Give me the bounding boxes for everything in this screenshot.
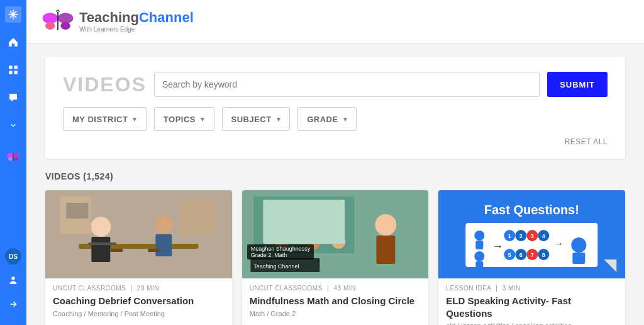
svg-rect-26 (148, 249, 160, 252)
video-title-2: Mindfulness Math and Closing Circle (250, 295, 421, 307)
snowflake-icon[interactable] (5, 6, 21, 23)
user-avatar[interactable]: DS (5, 248, 21, 265)
search-input[interactable] (154, 72, 540, 97)
svg-text:Fast Questions!: Fast Questions! (484, 203, 579, 217)
search-row: VIDEOS SUBMIT (63, 72, 608, 97)
person-icon[interactable] (5, 272, 21, 288)
logo-text: TeachingChannel With Learners Edge (79, 11, 194, 33)
video-title-1: Coaching Debrief Conversation (53, 295, 225, 307)
svg-rect-25 (110, 249, 123, 252)
video-tags-1: Coaching / Mentoring / Post Meeting (53, 310, 225, 317)
svg-rect-21 (155, 234, 172, 256)
svg-rect-18 (91, 237, 110, 262)
grade-filter[interactable]: GRADE ▾ (297, 107, 357, 131)
logo-butterfly-icon (42, 7, 74, 37)
arrow-right-icon[interactable] (5, 296, 21, 312)
svg-point-42 (475, 251, 485, 261)
filters-row: MY DISTRICT ▾ TOPICS ▾ SUBJECT ▾ GRADE ▾ (63, 107, 608, 131)
topics-chevron-icon: ▾ (201, 115, 205, 123)
svg-text:→: → (492, 240, 504, 253)
subject-chevron-icon: ▾ (277, 115, 281, 123)
header: TeachingChannel With Learners Edge (26, 0, 644, 44)
video-tags-3: eld / lesson activities / speaking activ… (446, 322, 618, 325)
my-district-filter[interactable]: MY DISTRICT ▾ (63, 107, 147, 131)
message-icon[interactable] (5, 89, 21, 106)
svg-text:7: 7 (531, 252, 534, 258)
video-card-3[interactable]: Fast Questions! → (438, 190, 625, 325)
search-section: VIDEOS SUBMIT MY DISTRICT ▾ TOPICS ▾ SUB… (45, 57, 625, 159)
logo-teach: Teaching (79, 9, 139, 25)
videos-count: VIDEOS (1,524) (45, 171, 625, 181)
video-grid: UNCUT CLASSROOMS | 20 MIN Coaching Debri… (45, 190, 625, 325)
video-thumb-3: Fast Questions! → (438, 190, 625, 278)
video-card-1[interactable]: UNCUT CLASSROOMS | 20 MIN Coaching Debri… (45, 190, 232, 325)
video-info-3: LESSON IDEA | 3 MIN ELD Speaking Activit… (438, 278, 625, 325)
svg-rect-23 (179, 200, 217, 234)
svg-text:2: 2 (519, 233, 523, 239)
video-meta-2: UNCUT CLASSROOMS | 43 MIN (250, 285, 421, 292)
svg-rect-3 (14, 71, 18, 74)
video-meta-1: UNCUT CLASSROOMS | 20 MIN (53, 285, 225, 292)
video-thumb-1 (45, 190, 232, 278)
main-content: TeachingChannel With Learners Edge VIDEO… (26, 0, 644, 325)
svg-point-20 (154, 215, 173, 234)
video-title-3: ELD Speaking Activity- Fast Questions (446, 295, 618, 319)
svg-rect-63 (573, 253, 586, 264)
grid-icon[interactable] (5, 62, 21, 78)
video-meta-3: LESSON IDEA | 3 MIN (446, 285, 618, 292)
logo-subtitle: With Learners Edge (79, 26, 194, 33)
page-title: VIDEOS (63, 73, 147, 96)
svg-rect-1 (14, 66, 18, 69)
submit-button[interactable]: SUBMIT (547, 72, 608, 97)
svg-rect-0 (9, 66, 12, 69)
svg-text:Teaching Channel: Teaching Channel (253, 263, 299, 270)
svg-point-29 (375, 214, 396, 236)
svg-text:8: 8 (542, 252, 545, 258)
svg-text:→: → (554, 238, 564, 249)
home-icon[interactable] (5, 34, 21, 50)
svg-text:1: 1 (508, 233, 511, 239)
svg-point-17 (91, 217, 111, 237)
svg-rect-19 (88, 242, 116, 245)
grade-chevron-icon: ▾ (343, 115, 348, 123)
svg-rect-43 (476, 261, 484, 270)
svg-rect-24 (66, 203, 88, 219)
video-info-2: UNCUT CLASSROOMS | 43 MIN Mindfulness Ma… (242, 278, 429, 324)
teacher-badge: Meaghan Shaughnessy Grade 2, Math (247, 244, 314, 259)
video-info-1: UNCUT CLASSROOMS | 20 MIN Coaching Debri… (45, 278, 232, 324)
svg-point-7 (14, 157, 18, 161)
svg-point-13 (60, 22, 70, 30)
svg-point-40 (475, 231, 485, 241)
svg-text:4: 4 (542, 233, 545, 239)
reset-all-button[interactable]: RESET ALL (63, 137, 608, 146)
video-thumb-2: Teaching Channel Meaghan Shaughnessy Gra… (242, 190, 429, 278)
svg-text:3: 3 (531, 233, 534, 239)
svg-point-6 (8, 157, 13, 161)
video-tags-2: Math / Grade 2 (250, 310, 421, 317)
butterfly-sidebar-icon[interactable] (5, 149, 21, 165)
svg-point-9 (11, 277, 14, 280)
logo: TeachingChannel With Learners Edge (42, 7, 194, 37)
video-card-2[interactable]: Teaching Channel Meaghan Shaughnessy Gra… (242, 190, 429, 325)
svg-rect-41 (476, 241, 484, 249)
svg-text:5: 5 (508, 252, 511, 258)
svg-rect-30 (376, 236, 395, 264)
chevron-down-icon[interactable] (5, 117, 21, 134)
district-chevron-icon: ▾ (133, 115, 137, 123)
svg-rect-2 (9, 71, 12, 74)
svg-point-62 (572, 237, 587, 253)
svg-rect-34 (263, 200, 345, 244)
logo-channel: Channel (139, 9, 194, 25)
topics-filter[interactable]: TOPICS ▾ (154, 107, 214, 131)
svg-point-12 (45, 22, 55, 30)
sidebar: DS (0, 0, 26, 325)
svg-text:6: 6 (519, 252, 523, 258)
subject-filter[interactable]: SUBJECT ▾ (222, 107, 291, 131)
content-area: VIDEOS SUBMIT MY DISTRICT ▾ TOPICS ▾ SUB… (26, 44, 644, 325)
